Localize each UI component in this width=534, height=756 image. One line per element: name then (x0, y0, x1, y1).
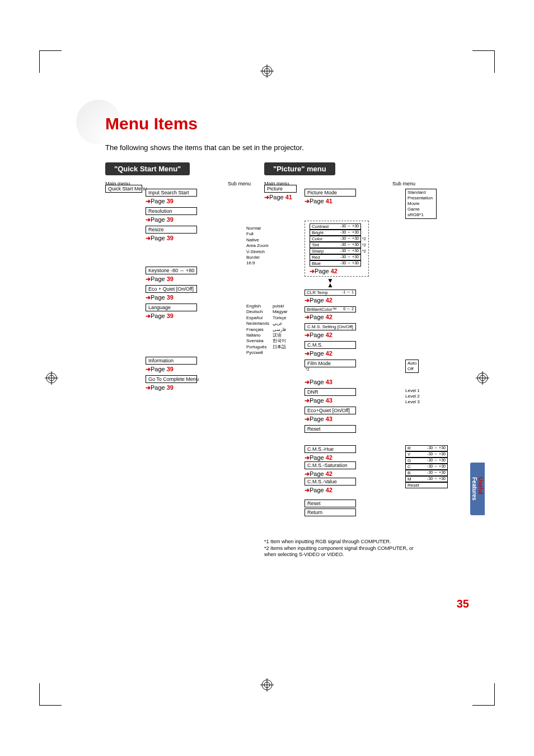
item-eco-quiet: Eco+Quiet [On/Off] (305, 407, 356, 414)
cms-channel-list: R-30 ↔ +30Y-30 ↔ +30G-30 ↔ +30C-30 ↔ +30… (405, 445, 448, 488)
registration-mark (260, 64, 274, 78)
registration-mark (45, 371, 58, 385)
page-ref: ➜Page 39 (146, 216, 256, 223)
item-picture-mode: Picture Mode (305, 189, 356, 197)
item-cms-reset: Reset (305, 500, 356, 507)
item-cms-return: Return (305, 508, 356, 516)
item-cms-sat: C.M.S.-Saturation (305, 461, 356, 469)
item-input-search-start: Input Search Start (146, 189, 197, 197)
intro-text: The following shows the items that can b… (105, 143, 304, 152)
item-cms-val: C.M.S.-Value (305, 478, 356, 486)
item-cms: C.M.S. (305, 341, 356, 349)
picture-column: "Picture" menu Main menu Sub menu Pictur… (264, 162, 421, 519)
item-goto-complete: Go To Complete Menu (146, 375, 197, 383)
picture-main-label: Picture ➜Page 41 (264, 185, 297, 201)
item-brilliantcolor: BrilliantColor™0 ↔ 2 (305, 306, 356, 312)
item-language: Language (146, 304, 197, 311)
crop-mark (472, 50, 495, 73)
adjust-blue: Blue-30 ↔ +30 (310, 260, 361, 267)
side-tab-useful-features: UsefulFeatures (470, 463, 485, 515)
item-cms-hue: C.M.S.-Hue (305, 445, 356, 453)
adjust-bright: Bright-30 ↔ +30 (310, 230, 361, 236)
sub-menu-header: Sub menu (392, 181, 415, 186)
registration-mark (260, 678, 274, 692)
crop-mark (472, 683, 495, 706)
page-ref: ➜Page 39 (146, 235, 256, 242)
page-ref: ➜Page 39 (146, 276, 256, 283)
item-film-mode: Film Mode (305, 360, 356, 367)
film-mode-options: AutoOff (405, 360, 419, 373)
quick-main-label: Quick Start Menu (105, 185, 142, 193)
item-information: Information (146, 357, 197, 365)
item-clr-temp: CLR Temp-1 ↔ 1 (305, 290, 356, 296)
film-mode-note: *2 (306, 367, 310, 371)
item-keystone: Keystone -80 ↔ +80 (146, 267, 197, 274)
cms-channel-B: B-30 ↔ +30 (405, 470, 448, 476)
adjust-tint: Tint-30 ↔ +30 (310, 242, 361, 248)
cms-channel-reset: Reset (405, 482, 448, 488)
updown-arrows-icon: ▼▲ (327, 278, 334, 288)
quick-start-column: "Quick Start Menu" Main menu Sub menu Qu… (105, 162, 256, 394)
adjust-contrast: Contrast-30 ↔ +30 (310, 223, 361, 230)
cms-channel-G: G-30 ↔ +30 (405, 458, 448, 464)
item-cms-setting: C.M.S. Setting [On/Off] (305, 323, 356, 330)
item-resolution: Resolution (146, 207, 197, 215)
page-title: Menu Items (105, 114, 198, 133)
page-ref: ➜Page 39 (146, 366, 256, 373)
footnotes: *1 Item when inputting RGB signal throug… (264, 539, 421, 558)
crop-mark (39, 683, 62, 706)
cms-channel-M: M-30 ↔ +30 (405, 476, 448, 482)
item-resize: Resize (146, 226, 197, 234)
page-ref: ➜Page 39 (146, 294, 256, 301)
item-eco-quiet: Eco + Quiet [On/Off] (146, 285, 197, 293)
page-ref: ➜Page 39 (146, 384, 256, 391)
item-dnr: DNR (305, 388, 356, 396)
cms-channel-Y: Y-30 ↔ +30 (405, 451, 448, 458)
adjust-sharp: Sharp-30 ↔ +30 (310, 248, 361, 254)
page-ref: ➜Page 39 (146, 198, 256, 205)
sub-menu-header: Sub menu (228, 181, 251, 186)
crop-mark (39, 50, 62, 73)
picture-mode-options: StandardPresentationMovieGamesRGB*1 (405, 189, 437, 219)
picture-adjust-group: Contrast-30 ↔ +30Bright-30 ↔ +30Color-30… (305, 221, 369, 277)
page-ref: ➜Page 41 (305, 198, 421, 205)
registration-mark (476, 371, 489, 385)
page-ref: ➜Page 39 (146, 312, 256, 320)
cms-channel-C: C-30 ↔ +30 (405, 464, 448, 470)
picture-pill: "Picture" menu (264, 162, 335, 175)
dnr-options: Level 1Level 2Level 3 (405, 388, 420, 405)
item-reset: Reset (305, 425, 356, 433)
page-number: 35 (457, 598, 469, 610)
adjust-red: Red-30 ↔ +30 (310, 254, 361, 260)
adjust-color: Color-30 ↔ +30 (310, 236, 361, 242)
cms-channel-R: R-30 ↔ +30 (405, 445, 448, 451)
quick-start-pill: "Quick Start Menu" (105, 162, 190, 175)
